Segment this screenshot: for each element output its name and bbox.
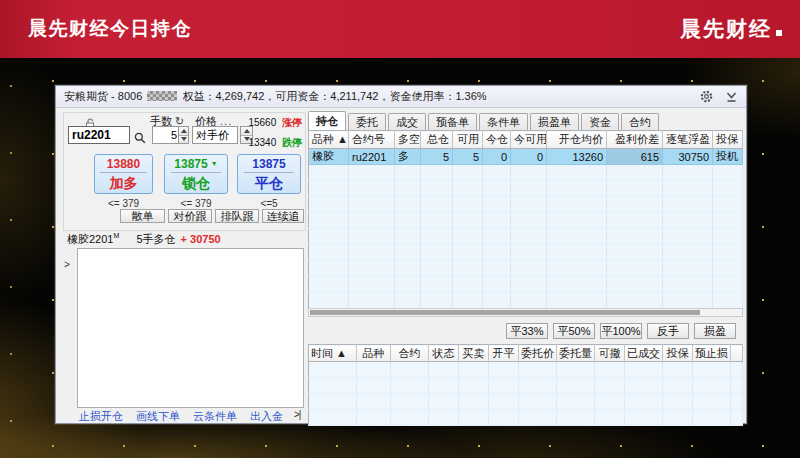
tab-positions[interactable]: 持仓 <box>308 111 346 130</box>
position-row-selected[interactable]: 橡胶 ru2201 多 5 5 0 0 13260 615 30750 投机 <box>309 149 743 165</box>
add-long-button[interactable]: 13880 加多 <box>94 154 153 194</box>
queue-follow-button[interactable]: 排队跟 <box>215 209 259 223</box>
add-long-limit-note: <= 379 <box>94 198 153 209</box>
collapse-panel-handle[interactable]: > <box>64 259 70 270</box>
empty-row <box>309 197 743 213</box>
tab-prepared-orders[interactable]: 预备单 <box>428 113 477 130</box>
col-hedge-flag[interactable]: 投保 <box>663 345 693 362</box>
split-order-button[interactable]: 散单 <box>120 209 165 223</box>
col-profit-spread[interactable]: 盈利价差 <box>607 131 663 149</box>
col-open-avg-price[interactable]: 开仓均价 <box>547 131 607 149</box>
limit-up-label: 涨停 <box>282 117 302 128</box>
tab-stop-profit-orders[interactable]: 损盈单 <box>530 113 579 130</box>
scrollbar-thumb[interactable] <box>310 310 700 315</box>
limit-up-value: 15660 <box>248 117 276 128</box>
cell-total: 5 <box>421 149 453 165</box>
horizontal-scrollbar[interactable] <box>308 308 743 317</box>
close-50-button[interactable]: 平50% <box>553 323 595 339</box>
cell-today: 0 <box>483 149 511 165</box>
follow-opposite-price-button[interactable]: 对价跟 <box>168 209 212 223</box>
limit-down-price: 13340 跌停 <box>248 136 302 150</box>
col-status[interactable]: 状态 <box>429 345 459 362</box>
cell-contract: ru2201 <box>349 149 395 165</box>
tab-funds[interactable]: 资金 <box>581 113 619 130</box>
empty-row <box>309 378 743 394</box>
position-summary-size: 5手多仓 <box>136 233 175 245</box>
col-buy-sell[interactable]: 买卖 <box>459 345 489 362</box>
col-today[interactable]: 今仓 <box>483 131 511 149</box>
window-titlebar: 安粮期货 - 8006 权益：4,269,742，可用资金：4,211,742，… <box>56 86 746 108</box>
window-title-stats: 权益：4,269,742，可用资金：4,211,742，资金使用率：1.36% <box>182 90 486 102</box>
cloud-condition-order-link[interactable]: 云条件单 <box>193 409 237 424</box>
draw-line-order-link[interactable]: 画线下单 <box>136 409 180 424</box>
empty-row <box>309 229 743 245</box>
close-100-button[interactable]: 平100% <box>600 323 642 339</box>
col-filled[interactable]: 已成交 <box>625 345 663 362</box>
collapse-window-icon[interactable] <box>725 90 738 103</box>
limit-up-price: 15660 涨停 <box>248 116 302 130</box>
lock-position-button[interactable]: 13875▼ 锁仓 <box>164 154 228 194</box>
quantity-down-button[interactable] <box>179 135 188 144</box>
add-long-label: 加多 <box>110 175 138 191</box>
close-position-limit-note: <=5 <box>237 198 301 209</box>
col-contract[interactable]: 合约号 <box>349 131 395 149</box>
banner: 晨先财经今日持仓 晨先财经 <box>0 0 800 58</box>
empty-row <box>309 394 743 410</box>
col-floating-pnl[interactable]: 逐笔浮盈 <box>663 131 713 149</box>
quantity-up-button[interactable] <box>179 127 188 135</box>
close-33-button[interactable]: 平33% <box>506 323 548 339</box>
censored-account <box>147 91 177 101</box>
col-total[interactable]: 总仓 <box>421 131 453 149</box>
contract-input[interactable] <box>68 126 130 144</box>
empty-row <box>309 261 743 277</box>
position-table: 品种 ▲ 合约号 多空 总仓 可用 今仓 今可用 开仓均价 盈利价差 逐笔浮盈 … <box>308 130 743 309</box>
position-table-header: 品种 ▲ 合约号 多空 总仓 可用 今仓 今可用 开仓均价 盈利价差 逐笔浮盈 … <box>309 131 743 149</box>
position-summary: 橡胶2201M 5手多仓 + 30750 <box>67 232 221 247</box>
position-action-buttons: 平33% 平50% 平100% 反手 损盈 <box>506 323 736 339</box>
empty-row <box>309 165 743 181</box>
col-order-price[interactable]: 委托价 <box>519 345 557 362</box>
col-available[interactable]: 可用 <box>453 131 483 149</box>
empty-row <box>309 181 743 197</box>
col-pre-stop-loss[interactable]: 预止损 <box>693 345 731 362</box>
page-background: 晨先财经今日持仓 晨先财经 安粮期货 - 8006 权益：4,269,742，可… <box>0 0 800 458</box>
col-today-available[interactable]: 今可用 <box>511 131 547 149</box>
reverse-button[interactable]: 反手 <box>647 323 689 339</box>
tab-contracts[interactable]: 合约 <box>621 113 659 130</box>
cell-profit-spread: 615 <box>607 149 663 165</box>
price-mode-select[interactable]: 对手价 <box>192 126 238 144</box>
tab-trades[interactable]: 成交 <box>388 113 426 130</box>
stop-profit-button[interactable]: 损盈 <box>694 323 736 339</box>
col-variety[interactable]: 品种 ▲ <box>309 131 349 149</box>
col-time[interactable]: 时间 ▲ <box>309 345 357 362</box>
limit-down-value: 13340 <box>248 137 276 148</box>
banner-brand-dot-icon <box>776 30 782 36</box>
main-contract-marker: M <box>113 232 119 239</box>
tab-orders[interactable]: 委托 <box>348 113 386 130</box>
add-long-price: 13880 <box>107 157 140 171</box>
col-order-volume[interactable]: 委托量 <box>557 345 595 362</box>
position-summary-pnl: + 30750 <box>181 233 221 245</box>
stop-loss-open-link[interactable]: 止损开仓 <box>79 409 123 424</box>
search-icon[interactable] <box>134 130 146 148</box>
quantity-input[interactable] <box>153 127 178 143</box>
col-variety[interactable]: 品种 <box>357 345 391 362</box>
banner-title: 晨先财经今日持仓 <box>28 16 192 42</box>
col-contract[interactable]: 合约 <box>391 345 429 362</box>
close-position-button[interactable]: 13875 平仓 <box>237 154 301 194</box>
cell-available: 5 <box>453 149 483 165</box>
tab-condition-orders[interactable]: 条件单 <box>479 113 528 130</box>
empty-row <box>309 213 743 229</box>
col-cancellable[interactable]: 可撤 <box>595 345 625 362</box>
expand-panel-handle[interactable]: >| <box>294 409 300 420</box>
order-table-header: 时间 ▲ 品种 合约 状态 买卖 开平 委托价 委托量 可撤 已成交 投保 预止… <box>309 345 743 362</box>
col-open-close[interactable]: 开平 <box>489 345 519 362</box>
deposit-withdraw-link[interactable]: 出入金 <box>250 409 283 424</box>
col-hedge-flag[interactable]: 投保 <box>713 131 743 149</box>
footer-links: 止损开仓 画线下单 云条件单 出入金 <box>79 409 283 424</box>
col-direction[interactable]: 多空 <box>395 131 421 149</box>
close-position-label: 平仓 <box>255 175 283 191</box>
window-title-prefix: 安粮期货 - 8006 <box>64 90 142 102</box>
continuous-chase-button[interactable]: 连续追 <box>262 209 304 223</box>
settings-gear-icon[interactable] <box>700 90 713 103</box>
